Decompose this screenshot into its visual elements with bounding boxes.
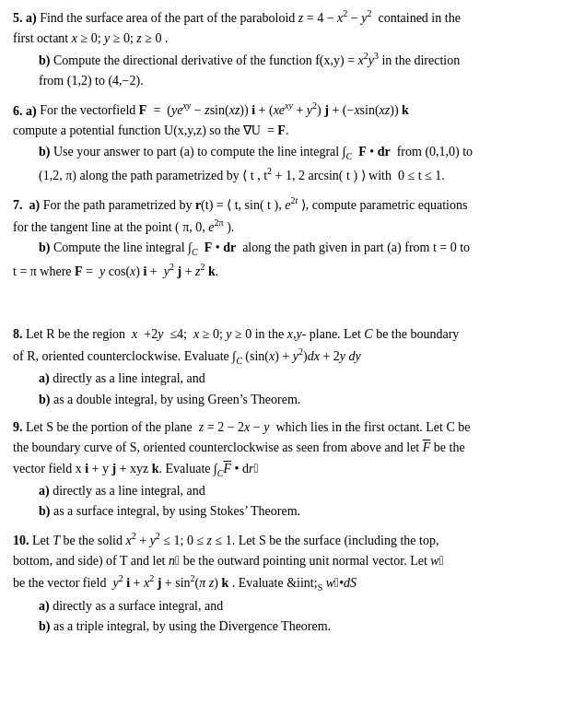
problem-5a-line: 5. a) Find the surface area of the part … xyxy=(13,7,560,28)
p7a-text: For the path parametrized by r(t) = ⟨ t,… xyxy=(40,198,467,212)
problem-6b-line2: (1,2, π) along the path parametrized by … xyxy=(13,165,560,185)
p10b-part-label: b) xyxy=(39,619,50,633)
problem-6a-line2: compute a potential function U(x,y,z) so… xyxy=(13,122,560,140)
p10-text2: bottom, and side) of T and let n⃗ be the… xyxy=(13,554,444,568)
problem-10b-line: b) as a triple integral, by using the Di… xyxy=(13,617,560,636)
p7a-part-label: a) xyxy=(29,198,41,212)
problem-7-number: 7. xyxy=(13,198,29,212)
problem-8-line1: 8. Let R be the region x +2y ≤4; x ≥ 0; … xyxy=(13,325,560,344)
problem-9-line2: the boundary curve of S, oriented counte… xyxy=(13,439,560,457)
p7b-text2: t = π where F = y cos(x) i + y2 j + z2 k… xyxy=(13,264,218,278)
problem-8: 8. Let R be the region x +2y ≤4; x ≥ 0; … xyxy=(13,325,560,409)
p5b-text2: from (1,2) to (4,−2). xyxy=(39,74,144,88)
p9a-text: directly as a line integral, and xyxy=(50,484,205,498)
p8-text2: of R, oriented counterclockwise. Evaluat… xyxy=(13,349,361,363)
p6b-text: Use your answer to part (a) to compute t… xyxy=(50,145,473,159)
problem-6b-line1: b) Use your answer to part (a) to comput… xyxy=(13,143,560,163)
p5b-part-label: b) xyxy=(39,53,50,67)
p9b-text: as a surface integral, by using Stokes’ … xyxy=(50,504,300,518)
p10b-text: as a triple integral, by using the Diver… xyxy=(50,619,331,633)
p10a-text: directly as a surface integral, and xyxy=(50,599,224,613)
problem-7b-line1: b) Compute the line integral ∫C F • dr a… xyxy=(13,239,560,259)
problem-5b-line: b) Compute the directional derivative of… xyxy=(13,50,560,70)
p5a-cond-text: first octant x ≥ 0; y ≥ 0; z ≥ 0 . xyxy=(13,31,169,45)
problem-9-line1: 9. Let S be the portion of the plane z =… xyxy=(13,418,560,437)
problem-10a-line: a) directly as a surface integral, and xyxy=(13,597,560,616)
p10-text: Let T be the solid x2 + y2 ≤ 1; 0 ≤ z ≤ … xyxy=(29,534,439,547)
problem-9-number: 9. xyxy=(13,420,23,434)
problem-10-line1: 10. Let T be the solid x2 + y2 ≤ 1; 0 ≤ … xyxy=(13,530,560,550)
p9a-part-label: a) xyxy=(39,484,50,498)
p9-text3: vector field x i + y j + xyz k. Evaluate… xyxy=(13,462,259,476)
exam-content: 5. a) Find the surface area of the part … xyxy=(13,7,560,636)
problem-10: 10. Let T be the solid x2 + y2 ≤ 1; 0 ≤ … xyxy=(13,530,560,636)
problem-9-line3: vector field x i + y j + xyz k. Evaluate… xyxy=(13,460,560,480)
problem-6-number: 6. xyxy=(13,103,26,117)
problem-6a-line1: 6. a) For the vectorfield F = (yexy − zs… xyxy=(13,100,560,121)
p6b-part-label: b) xyxy=(39,145,50,159)
problem-7a-line1: 7. a) For the path parametrized by r(t) … xyxy=(13,194,560,215)
problem-5b-line2: from (1,2) to (4,−2). xyxy=(13,72,560,90)
p5a-text: Find the surface area of the part of the… xyxy=(37,11,461,25)
p7b-text: Compute the line integral ∫C F • dr alon… xyxy=(50,241,470,254)
problem-8a-line: a) directly as a line integral, and xyxy=(13,370,560,388)
p9b-part-label: b) xyxy=(39,504,50,518)
problem-7b-line2: t = π where F = y cos(x) i + y2 j + z2 k… xyxy=(13,261,560,281)
p8b-text: as a double integral, by using Green’s T… xyxy=(50,393,300,406)
p7a-text2: for the tangent line at the point ( π, 0… xyxy=(13,220,234,234)
problem-7a-line2: for the tangent line at the point ( π, 0… xyxy=(13,217,560,237)
p7b-part-label: b) xyxy=(39,241,50,254)
p6a-text2: compute a potential function U(x,y,z) so… xyxy=(13,123,288,137)
problem-9: 9. Let S be the portion of the plane z =… xyxy=(13,418,560,521)
problem-8-line2: of R, oriented counterclockwise. Evaluat… xyxy=(13,346,560,368)
p9-text: Let S be the portion of the plane z = 2 … xyxy=(23,420,471,434)
problem-5: 5. a) Find the surface area of the part … xyxy=(13,7,560,91)
p8b-part-label: b) xyxy=(39,393,50,406)
p6a-text: For the vectorfield F = (yexy − zsin(xz)… xyxy=(37,103,409,117)
problem-9b-line: b) as a surface integral, by using Stoke… xyxy=(13,502,560,521)
p9-text2: the boundary curve of S, oriented counte… xyxy=(13,440,465,454)
p5a-part-label: a) xyxy=(26,11,37,25)
p10-text3: be the vector field y2 i + x2 j + sin2(π… xyxy=(13,576,357,590)
p6a-part-label: a) xyxy=(26,103,37,117)
spacer-region xyxy=(13,290,560,325)
problem-10-line2: bottom, and side) of T and let n⃗ be the… xyxy=(13,552,560,570)
problem-10-number: 10. xyxy=(13,534,29,547)
problem-6: 6. a) For the vectorfield F = (yexy − zs… xyxy=(13,100,560,186)
p8a-text: directly as a line integral, and xyxy=(50,371,205,385)
problem-7: 7. a) For the path parametrized by r(t) … xyxy=(13,194,560,281)
problem-8-number: 8. xyxy=(13,327,23,341)
problem-8b-line: b) as a double integral, by using Green’… xyxy=(13,391,560,409)
problem-9a-line: a) directly as a line integral, and xyxy=(13,482,560,500)
problem-5a-line2: first octant x ≥ 0; y ≥ 0; z ≥ 0 . xyxy=(13,29,560,48)
problem-5-number: 5. xyxy=(13,11,26,25)
p8a-part-label: a) xyxy=(39,371,50,385)
p5b-text: Compute the directional derivative of th… xyxy=(50,53,460,67)
problem-10-line3: be the vector field y2 i + x2 j + sin2(π… xyxy=(13,573,560,595)
p8-text: Let R be the region x +2y ≤4; x ≥ 0; y ≥… xyxy=(23,327,460,341)
p10a-part-label: a) xyxy=(39,599,50,613)
p6b-text2: (1,2, π) along the path parametrized by … xyxy=(39,169,445,182)
